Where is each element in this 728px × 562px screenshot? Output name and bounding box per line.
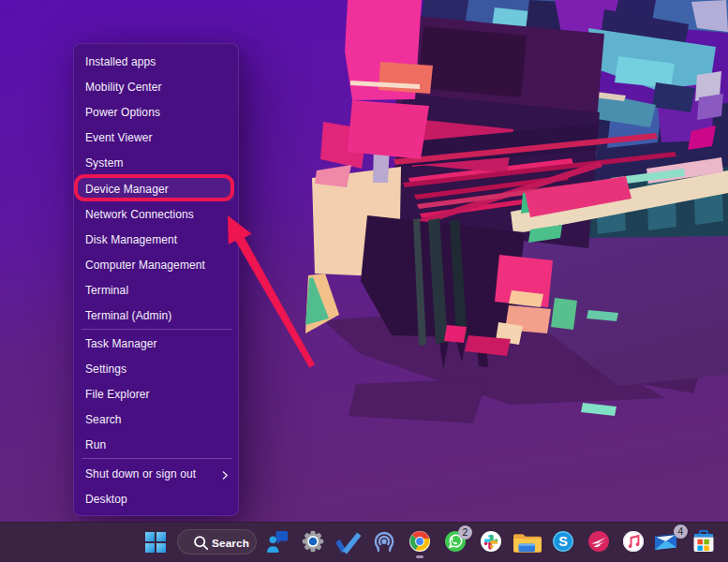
svg-text:S: S [558,534,568,549]
